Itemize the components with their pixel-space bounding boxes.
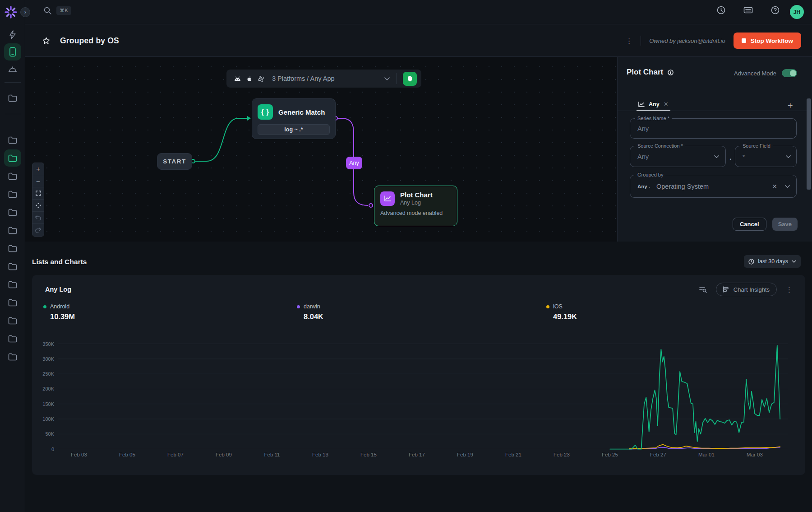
bitdrift-logo-icon[interactable]	[4, 5, 18, 19]
grouped-by-field[interactable]: Grouped by Any . Operating System ✕	[630, 175, 797, 198]
svg-text:Feb 07: Feb 07	[167, 452, 184, 457]
section-title: Lists and Charts	[32, 258, 87, 266]
history-icon[interactable]	[717, 6, 725, 14]
edge-label-any[interactable]: Any	[346, 157, 362, 169]
sidebar-folder[interactable]	[6, 332, 19, 345]
page-title: Grouped by OS	[60, 36, 119, 46]
sidebar-folder[interactable]	[6, 278, 19, 291]
sidebar-folder[interactable]	[6, 133, 19, 147]
match-rule: log ~ .*	[258, 124, 330, 135]
tab-any-series[interactable]: Any ✕	[637, 98, 670, 111]
sidebar-folder[interactable]	[6, 169, 19, 183]
grouped-by-label: Grouped by	[635, 172, 665, 177]
workflow-menu-button[interactable]: ⋮	[626, 37, 632, 44]
sidebar-item-alerts[interactable]	[6, 63, 19, 76]
svg-text:Feb 09: Feb 09	[216, 452, 232, 457]
chevron-down-icon	[786, 155, 791, 158]
redo-button[interactable]	[32, 224, 44, 236]
fit-view-button[interactable]	[32, 187, 44, 200]
advanced-mode-label: Advanced Mode	[734, 70, 776, 77]
topbar: ⌘K JH	[25, 0, 812, 24]
advanced-mode-toggle[interactable]	[782, 69, 797, 77]
source-connection-select[interactable]: Source Connection * Any	[630, 146, 726, 167]
series-name-label: Series Name *	[635, 116, 672, 121]
keyboard-icon[interactable]	[743, 6, 753, 14]
search-icon[interactable]	[43, 6, 52, 15]
help-icon[interactable]	[771, 6, 780, 14]
platform-selector[interactable]: 3 Platforms / Any App	[226, 70, 421, 88]
interactivity-button[interactable]	[32, 200, 44, 212]
platform-selector-label: 3 Platforms / Any App	[272, 75, 380, 82]
svg-text:300K: 300K	[42, 356, 54, 362]
folder-icon	[8, 191, 17, 198]
workflow-canvas[interactable]: 3 Platforms / Any App START { } Generic …	[25, 57, 617, 242]
stop-workflow-button[interactable]: Stop Workflow	[734, 33, 801, 49]
source-connection-value: Any	[637, 153, 649, 160]
start-node[interactable]: START	[157, 153, 192, 170]
series-name-value: Any	[637, 125, 649, 132]
series-name-field[interactable]: Series Name * Any	[630, 118, 797, 139]
search-shortcut-badge: ⌘K	[56, 6, 71, 15]
plot-chart-node[interactable]: Plot Chart Any Log Advanced mode enabled	[374, 186, 457, 226]
braces-icon: { }	[258, 104, 273, 120]
svg-text:200K: 200K	[42, 386, 54, 391]
source-field-select[interactable]: Source Field *	[735, 146, 797, 167]
device-icon	[9, 47, 16, 57]
chart-insights-button[interactable]: Chart Insights	[716, 283, 777, 296]
generic-match-node[interactable]: { } Generic Match log ~ .*	[252, 98, 336, 139]
cancel-button[interactable]: Cancel	[733, 218, 766, 231]
plot-chart-config-panel: Plot Chart Advanced Mode Any ✕ ＋ Series …	[617, 57, 812, 242]
sidebar-folder[interactable]	[6, 205, 19, 219]
sidebar-folder[interactable]	[6, 242, 19, 255]
time-range-select[interactable]: last 30 days	[744, 255, 801, 268]
favorite-star-icon[interactable]	[42, 37, 50, 45]
svg-text:Mar 03: Mar 03	[747, 452, 763, 457]
list-search-icon[interactable]	[699, 286, 707, 293]
sidebar-expand-button[interactable]: ›	[20, 7, 30, 17]
sidebar-item-devices[interactable]	[4, 43, 21, 61]
chart-menu-button[interactable]: ⋮	[786, 286, 793, 293]
folder-icon	[8, 317, 17, 325]
chevron-down-icon	[792, 260, 796, 263]
zoom-in-button[interactable]: ＋	[32, 163, 44, 175]
node-title: Generic Match	[278, 108, 325, 116]
sidebar-folder[interactable]	[4, 149, 21, 167]
folder-icon	[8, 263, 17, 270]
series-tabs: Any ✕ ＋	[618, 98, 812, 111]
save-button[interactable]: Save	[772, 218, 798, 231]
page-scrollbar[interactable]	[808, 98, 811, 190]
svg-text:Feb 17: Feb 17	[409, 452, 425, 457]
sidebar-item-workflows[interactable]	[6, 28, 19, 42]
undo-button[interactable]	[32, 212, 44, 224]
sidebar-folder[interactable]	[6, 314, 19, 327]
android-icon	[234, 75, 241, 82]
clear-icon[interactable]: ✕	[772, 183, 777, 190]
zoom-out-button[interactable]: −	[32, 175, 44, 187]
sidebar-folder[interactable]	[6, 223, 19, 237]
add-series-button[interactable]: ＋	[786, 99, 794, 111]
any-log-chart-card: Any Log Chart Insights ⋮ Android 10.39M	[32, 275, 805, 475]
svg-text:50K: 50K	[45, 431, 54, 437]
pan-mode-button[interactable]	[403, 72, 417, 86]
close-tab-icon[interactable]: ✕	[664, 101, 669, 107]
sidebar-folder[interactable]	[6, 91, 19, 105]
svg-text:Feb 23: Feb 23	[554, 452, 570, 457]
source-field-label: Source Field	[740, 143, 773, 149]
chevron-down-icon	[384, 77, 390, 80]
sidebar-folder[interactable]	[6, 296, 19, 309]
avatar[interactable]: JH	[790, 5, 804, 19]
node-footer: Advanced mode enabled	[380, 210, 451, 216]
info-icon[interactable]	[668, 70, 674, 75]
folder-icon	[8, 154, 17, 162]
svg-text:Feb 19: Feb 19	[457, 452, 473, 457]
sidebar-folder[interactable]	[6, 187, 19, 201]
svg-text:Feb 03: Feb 03	[71, 452, 87, 457]
sidebar-folder[interactable]	[6, 350, 19, 363]
node-subtitle: Any Log	[400, 200, 433, 206]
svg-text:Feb 25: Feb 25	[602, 452, 618, 457]
chevron-down-icon	[714, 155, 719, 158]
source-connection-label: Source Connection *	[635, 143, 685, 149]
sidebar-folder[interactable]	[6, 260, 19, 273]
line-chart[interactable]: 050K100K150K200K250K300K350KFeb 03Feb 05…	[32, 315, 805, 466]
svg-text:350K: 350K	[42, 341, 54, 347]
